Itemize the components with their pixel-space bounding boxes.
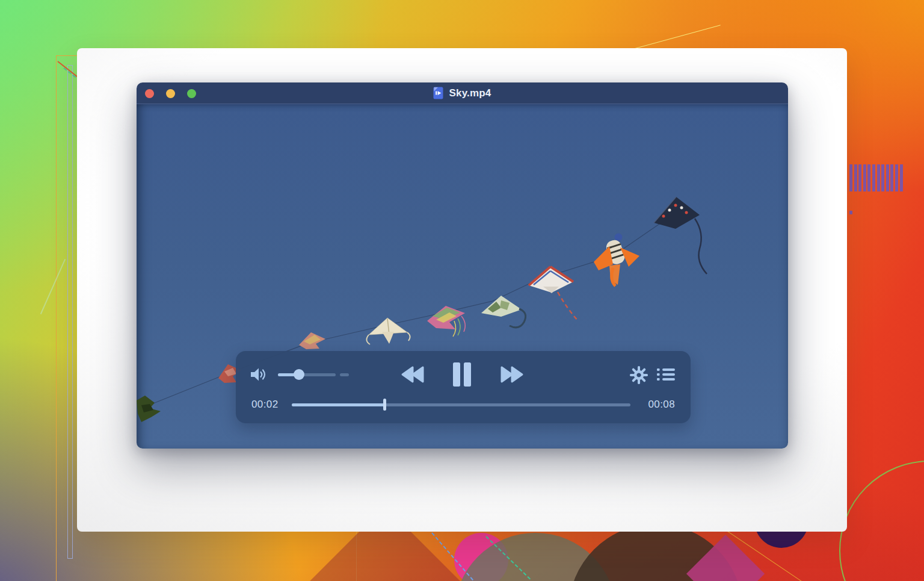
volume-knob[interactable]	[294, 369, 304, 380]
playlist-icon[interactable]	[657, 367, 675, 382]
video-area: 00:02 00:08	[137, 104, 788, 449]
video-file-icon	[433, 87, 443, 99]
progress-bar[interactable]	[292, 399, 630, 410]
volume-slider[interactable]	[278, 369, 349, 380]
barcode-stripe	[858, 164, 861, 191]
barcode-stripe	[877, 164, 880, 191]
pause-icon[interactable]	[451, 361, 473, 388]
kite-striped-delta	[529, 267, 578, 321]
barcode-dot-decoration	[849, 211, 852, 214]
barcode-decoration	[849, 164, 905, 191]
barcode-stripe	[854, 164, 857, 191]
kite-green-camo	[481, 296, 526, 328]
barcode-stripe	[890, 164, 893, 191]
barcode-stripe	[886, 164, 889, 191]
progress-scrubber[interactable]	[383, 399, 386, 411]
barcode-stripe	[849, 164, 852, 191]
kite-rainbow	[427, 306, 465, 337]
progress-played	[292, 403, 385, 406]
window-titlebar[interactable]: Sky.mp4	[137, 82, 788, 104]
elapsed-time: 00:02	[251, 399, 279, 411]
kite-orange-fish	[594, 234, 639, 287]
window-title-group: Sky.mp4	[433, 87, 491, 99]
player-window: Sky.mp4	[137, 82, 788, 449]
kite-dark-green	[137, 396, 161, 422]
settings-gear-icon[interactable]	[630, 366, 648, 384]
slim-rectangle-decoration	[67, 65, 73, 559]
volume-track-end	[340, 373, 349, 376]
zoom-button[interactable]	[187, 89, 196, 98]
window-title: Sky.mp4	[449, 87, 491, 99]
fast-forward-icon[interactable]	[500, 365, 524, 384]
close-button[interactable]	[145, 89, 154, 98]
kite-cream-delta	[366, 318, 410, 344]
barcode-stripe	[863, 164, 866, 191]
barcode-stripe	[872, 164, 875, 191]
barcode-stripe	[881, 164, 884, 191]
playback-control-bar: 00:02 00:08	[236, 351, 691, 423]
minimize-button[interactable]	[166, 89, 175, 98]
barcode-stripe	[900, 164, 903, 191]
total-time: 00:08	[648, 399, 675, 411]
rewind-icon[interactable]	[401, 365, 425, 384]
barcode-stripe	[895, 164, 898, 191]
traffic-light-buttons	[145, 89, 196, 98]
barcode-stripe	[867, 164, 870, 191]
kite-pink-yellow	[299, 332, 325, 349]
kite-dark-delta	[654, 197, 707, 274]
volume-icon[interactable]	[250, 367, 267, 382]
